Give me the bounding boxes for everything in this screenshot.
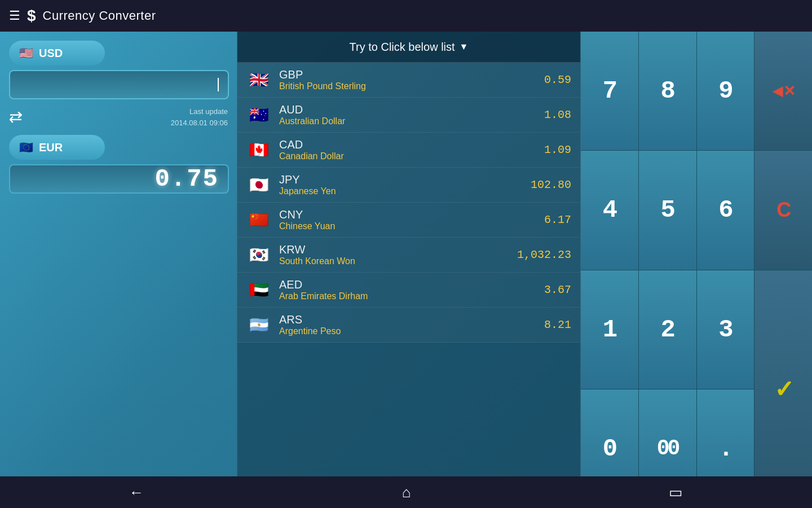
currency-info-cad: CAD Canadian Dollar [279, 138, 544, 161]
currency-info-cny: CNY Chinese Yuan [279, 208, 544, 231]
flag-krw: 🇰🇷 [246, 247, 271, 264]
numpad-btn-3[interactable]: 3 [697, 270, 754, 389]
back-button[interactable]: ← [107, 479, 166, 506]
currency-list: 🇬🇧 GBP British Pound Sterling 0.59 🇦🇺 AU… [237, 63, 580, 508]
currency-name-aud: Australian Dollar [279, 116, 544, 126]
currency-value-jpy: 102.80 [531, 178, 571, 191]
list-item[interactable]: 🇦🇷 ARS Argentine Peso 8.21 [237, 308, 580, 343]
currency-name-cad: Canadian Dollar [279, 151, 544, 161]
currency-code-cad: CAD [279, 138, 544, 151]
currency-value-krw: 1,032.23 [517, 248, 571, 261]
numpad: 789◀✕456C123✓000. [581, 32, 812, 508]
currency-value-gbp: 0.59 [544, 73, 571, 86]
currency-code-aud: AUD [279, 103, 544, 116]
numpad-btn-9[interactable]: 9 [697, 32, 754, 150]
list-header-text: Try to Click below list [350, 41, 455, 54]
currency-code-gbp: GBP [279, 68, 544, 81]
list-item[interactable]: 🇰🇷 KRW South Korean Won 1,032.23 [237, 238, 580, 273]
to-flag: 🇪🇺 [19, 141, 33, 154]
list-item[interactable]: 🇯🇵 JPY Japanese Yen 102.80 [237, 168, 580, 203]
swap-row: ⇅ Last update 2014.08.01 09:06 [9, 106, 228, 128]
list-item[interactable]: 🇨🇳 CNY Chinese Yuan 6.17 [237, 203, 580, 238]
flag-aed: 🇦🇪 [246, 282, 271, 299]
dropdown-arrow-icon: ▼ [460, 42, 469, 52]
currency-code-cny: CNY [279, 208, 544, 221]
app-title: Currency Converter [43, 8, 156, 23]
flag-cad: 🇨🇦 [246, 142, 271, 159]
currency-info-aed: AED Arab Emirates Dirham [279, 278, 544, 301]
currency-info-gbp: GBP British Pound Sterling [279, 68, 544, 91]
flag-cny: 🇨🇳 [246, 212, 271, 229]
output-value: 0.75 [155, 165, 219, 193]
list-item[interactable]: 🇦🇺 AUD Australian Dollar 1.08 [237, 98, 580, 133]
currency-value-ars: 8.21 [544, 318, 571, 331]
main-content: 🇺🇸 USD ⇅ Last update 2014.08.01 09:06 🇪🇺… [0, 32, 812, 508]
to-currency-code: EUR [39, 141, 63, 154]
list-item[interactable]: 🇦🇪 AED Arab Emirates Dirham 3.67 [237, 273, 580, 308]
dollar-icon: $ [27, 7, 36, 25]
flag-gbp: 🇬🇧 [246, 72, 271, 89]
last-update-value: 2014.08.01 09:06 [171, 117, 228, 129]
numpad-btn-clear[interactable]: C [754, 151, 812, 269]
to-currency-button[interactable]: 🇪🇺 EUR [9, 135, 105, 160]
currency-info-jpy: JPY Japanese Yen [279, 173, 531, 196]
numpad-btn-1[interactable]: 1 [581, 270, 638, 389]
list-header[interactable]: Try to Click below list ▼ [237, 32, 580, 63]
numpad-btn-2[interactable]: 2 [639, 270, 696, 389]
currency-name-jpy: Japanese Yen [279, 186, 531, 196]
currency-code-krw: KRW [279, 243, 517, 256]
currency-info-krw: KRW South Korean Won [279, 243, 517, 266]
currency-value-aud: 1.08 [544, 108, 571, 121]
currency-name-gbp: British Pound Sterling [279, 81, 544, 91]
numpad-btn-4[interactable]: 4 [581, 151, 638, 269]
from-flag: 🇺🇸 [19, 46, 33, 60]
numpad-btn-enter[interactable]: ✓ [754, 270, 812, 509]
currency-value-cny: 6.17 [544, 213, 571, 226]
app-header: ☰ $ Currency Converter [0, 0, 812, 32]
numpad-btn-7[interactable]: 7 [581, 32, 638, 150]
currency-name-cny: Chinese Yuan [279, 221, 544, 231]
currency-value-cad: 1.09 [544, 143, 571, 156]
numpad-btn-5[interactable]: 5 [639, 151, 696, 269]
currency-name-ars: Argentine Peso [279, 326, 544, 336]
home-button[interactable]: ⌂ [379, 479, 434, 506]
flag-jpy: 🇯🇵 [246, 177, 271, 194]
currency-value-aed: 3.67 [544, 283, 571, 296]
numpad-btn-6[interactable]: 6 [697, 151, 754, 269]
numpad-btn-8[interactable]: 8 [639, 32, 696, 150]
amount-input[interactable] [9, 70, 229, 99]
from-currency-code: USD [39, 47, 63, 60]
swap-icon[interactable]: ⇅ [6, 111, 25, 124]
list-item[interactable]: 🇬🇧 GBP British Pound Sterling 0.59 [237, 63, 580, 98]
nav-bar: ← ⌂ ▭ [0, 476, 812, 508]
from-currency-button[interactable]: 🇺🇸 USD [9, 41, 105, 65]
last-update-label: Last update [171, 106, 228, 117]
checkmark-icon: ✓ [774, 375, 793, 403]
text-cursor [218, 78, 219, 91]
currency-code-ars: ARS [279, 313, 544, 326]
list-item[interactable]: 🇨🇦 CAD Canadian Dollar 1.09 [237, 133, 580, 168]
backspace-icon: ◀✕ [772, 80, 794, 102]
flag-aud: 🇦🇺 [246, 107, 271, 124]
menu-icon[interactable]: ☰ [9, 8, 20, 23]
currency-info-ars: ARS Argentine Peso [279, 313, 544, 336]
currency-code-jpy: JPY [279, 173, 531, 186]
recent-button[interactable]: ▭ [646, 479, 705, 506]
currency-name-aed: Arab Emirates Dirham [279, 291, 544, 301]
numpad-btn-backspace[interactable]: ◀✕ [754, 32, 812, 150]
converted-output: 0.75 [9, 164, 229, 194]
left-panel: 🇺🇸 USD ⇅ Last update 2014.08.01 09:06 🇪🇺… [0, 32, 237, 508]
currency-code-aed: AED [279, 278, 544, 291]
center-panel: Try to Click below list ▼ 🇬🇧 GBP British… [237, 32, 581, 508]
currency-name-krw: South Korean Won [279, 256, 517, 266]
last-update: Last update 2014.08.01 09:06 [171, 106, 228, 128]
flag-ars: 🇦🇷 [246, 317, 271, 334]
currency-info-aud: AUD Australian Dollar [279, 103, 544, 126]
